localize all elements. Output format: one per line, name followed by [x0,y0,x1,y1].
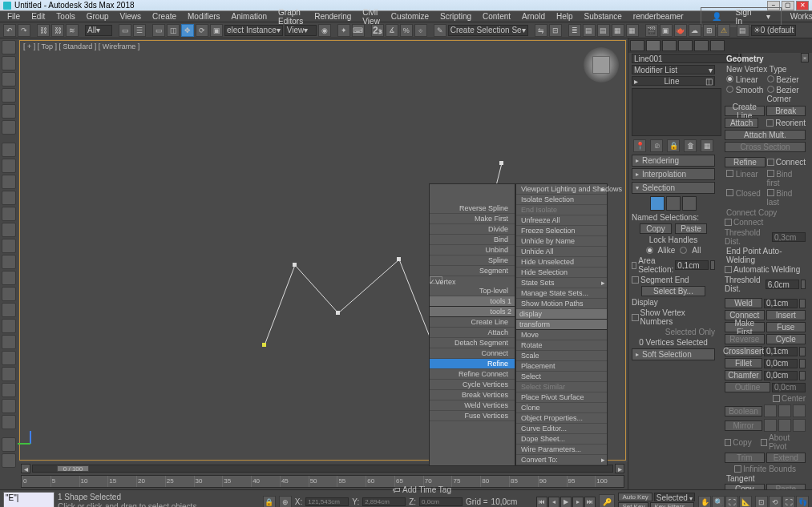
render-setup-button[interactable]: 🎬 [645,24,658,37]
quad-detach-segment[interactable]: Detach Segment [430,338,515,348]
render-button[interactable]: 🫖 [674,24,687,37]
select-instance-dropdown[interactable]: elect Instance ▾ [224,25,283,36]
bool-int-icon[interactable] [793,404,806,417]
sets-button[interactable]: ▤ [737,24,749,37]
attach-mult-button[interactable]: Attach Mult. [725,130,806,140]
quad-create-line[interactable]: Create Line [430,317,515,328]
quad-connect[interactable]: Connect [430,348,515,359]
material-editor-button[interactable]: ▦ [626,24,639,37]
remove-modifier-button[interactable]: 🗑 [684,139,697,152]
quad-reverse-spline[interactable]: Reverse Spline [430,203,515,214]
quad-bind[interactable]: Bind [430,235,515,245]
tangent-copy-button[interactable]: Copy [725,484,765,489]
quad-manage-state-sets[interactable]: Manage State Sets... [516,288,607,299]
prim-tool-12[interactable] [2,319,16,333]
utilities-tab[interactable] [710,40,725,51]
weld-spinner[interactable] [764,299,798,308]
quad-hide-selection[interactable]: Hide Selection [516,268,607,278]
geometry-rollout-title[interactable]: Geometry [721,53,809,65]
refine-button[interactable]: Refine [725,157,766,167]
crossinsert-button[interactable]: CrossInsert [725,346,762,356]
chamfer-button[interactable]: Chamfer [725,370,762,380]
quad-unhide-all[interactable]: Unhide All [516,247,607,257]
prim-tool-11[interactable] [2,303,16,317]
pin-stack-button[interactable]: 📍 [633,139,646,152]
quad-dope-sheet[interactable]: Dope Sheet... [516,434,607,445]
goto-end-button[interactable]: ⏭ [584,497,596,508]
menu-file[interactable]: File [2,12,26,21]
fillet-button[interactable]: Fillet [725,358,762,368]
quad-weld-vertices[interactable]: Weld Vertices [430,400,515,411]
pivot-center-button[interactable]: ◉ [318,24,331,37]
bezier-radio[interactable] [767,75,774,82]
modifier-stack-list[interactable] [632,88,721,136]
prim-tool-9[interactable] [2,271,16,285]
timeline-next[interactable]: ▸ [615,464,624,473]
menu-create[interactable]: Create [147,12,182,21]
bind-space-warp-button[interactable]: ≋ [66,24,79,37]
threshold2-spin[interactable] [801,280,806,289]
quad-fuse-vertices[interactable]: Fuse Vertices [430,411,515,421]
extra-tool-1[interactable] [2,437,16,452]
boolean-button[interactable]: Boolean [725,406,762,416]
menu-views[interactable]: Views [115,12,147,21]
x-coord-input[interactable] [305,497,349,506]
area-sel-spinner[interactable] [675,260,709,270]
quad-vertex-sub[interactable]: Vertex [430,276,442,284]
viewport-label[interactable]: [ + ] [ Top ] [ Standard ] [ Wireframe ] [23,42,139,50]
percent-snap-button[interactable]: % [400,24,413,37]
snap-tool-2[interactable] [2,56,16,70]
menu-animation[interactable]: Animation [226,12,273,21]
rollout-soft-selection[interactable]: ▸Soft Selection [632,348,715,360]
make-first-button[interactable]: Make First [725,322,765,332]
layer-button[interactable]: ≣ [568,24,581,37]
named-sel-set-dropdown[interactable]: Create Selection Se ▾ [448,25,528,36]
quad-break-vertices[interactable]: Break Vertices [430,390,515,400]
menu-content[interactable]: Content [477,12,516,21]
toggle-ribbon-button[interactable]: ▤ [583,24,596,37]
mirror-button[interactable]: ⇋ [535,24,547,37]
attach-button[interactable]: Attach [725,118,758,128]
motion-tab[interactable] [678,40,693,51]
prim-tool-15[interactable] [2,367,16,381]
rectangular-region-button[interactable]: ▭ [152,24,165,37]
align-button[interactable]: ⊟ [549,24,562,37]
menu-modifiers[interactable]: Modifiers [182,12,226,21]
maxscript-listener[interactable]: "E"| [3,492,55,508]
snap-toggle-button[interactable]: 2₃ [371,24,384,37]
unlink-button[interactable]: ⛓ [51,24,64,37]
quad-attach[interactable]: Attach [430,328,515,338]
rollout-interpolation[interactable]: ▸Interpolation [632,168,715,180]
insert-button[interactable]: Insert [766,310,806,320]
selection-filter-dropdown[interactable]: All ▾ [85,25,112,36]
redo-button[interactable]: ↷ [18,24,30,37]
prim-tool-6[interactable] [2,223,16,237]
menu-help[interactable]: Help [551,12,579,21]
prim-tool-3[interactable] [2,175,16,189]
edit-named-sel-button[interactable]: ✎ [434,24,446,37]
tangent-paste-button[interactable]: Paste [766,484,806,489]
quad-curve-editor[interactable]: Curve Editor... [516,424,607,434]
link-button[interactable]: ⛓ [37,24,50,37]
smooth-radio[interactable] [726,86,733,93]
break-button[interactable]: Break [766,106,806,116]
quad-unfreeze-all[interactable]: Unfreeze All [516,215,607,226]
manipulate-button[interactable]: ✦ [337,24,350,37]
curve-editor-button[interactable]: ▤ [597,24,610,37]
time-slider-thumb[interactable]: 0 / 100 [57,465,89,472]
nav-zoom-button[interactable]: 🔍 [712,496,725,508]
create-line-button[interactable]: Create Line [725,106,765,116]
segment-end-check[interactable] [632,276,639,284]
quad-spline-sub[interactable]: Spline [430,256,515,266]
prim-tool-7[interactable] [2,239,16,253]
ref-coord-dropdown[interactable]: View ▾ [285,25,317,36]
prim-tool-2[interactable] [2,159,16,173]
threshold2-spinner[interactable] [766,280,799,289]
select-rotate-button[interactable]: ⟳ [196,24,208,37]
quad-freeze-selection[interactable]: Freeze Selection [516,226,607,236]
show-end-result-button[interactable]: ⎚ [650,139,663,152]
quad-place-pivot[interactable]: Place Pivot Surface [516,392,607,403]
quad-wire-params[interactable]: Wire Parameters... [516,445,607,455]
quad-state-sets[interactable]: State Sets [516,278,607,288]
create-tab[interactable] [630,40,644,51]
